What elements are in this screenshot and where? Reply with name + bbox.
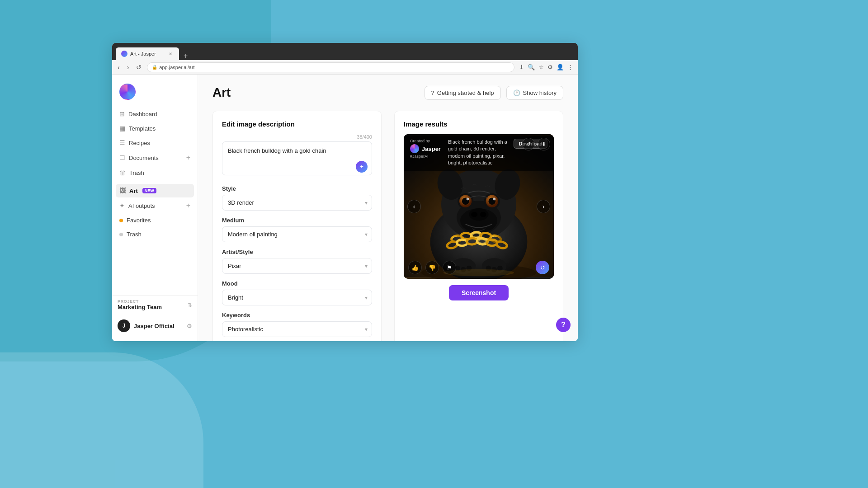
artist-style-select[interactable]: Pixar Anime Studio Ghibli (222, 258, 372, 274)
results-panel: Image results Created by Jasper (394, 111, 563, 341)
magic-write-btn[interactable]: ✦ (356, 161, 368, 173)
sidebar-item-art[interactable]: 🖼 Art NEW (116, 184, 194, 197)
dashboard-icon: ⊞ (119, 110, 125, 117)
download-icon[interactable]: ⬇ (518, 63, 525, 71)
page-header: Art ? Getting started & help 🕐 Show hist… (212, 85, 563, 100)
search-icon[interactable]: 🔍 (527, 63, 536, 71)
sidebar-item-favorites[interactable]: Favorites (116, 214, 194, 227)
project-name: Marketing Team (118, 304, 162, 310)
history-icon: 🕐 (513, 89, 520, 96)
getting-started-btn[interactable]: ? Getting started & help (425, 86, 501, 100)
medium-select-wrap: Modern oil painting Canvas Watercolor ▾ (222, 226, 372, 242)
active-tab[interactable]: Art - Jasper ✕ (116, 47, 179, 60)
mood-field: Mood Bright Dark Moody ▾ (222, 280, 372, 305)
artist-style-field: Artist/Style Pixar Anime Studio Ghibli ▾ (222, 249, 372, 274)
reload-btn[interactable]: ↺ (134, 63, 143, 72)
project-chevron-icon: ⇅ (188, 302, 192, 308)
like-btn[interactable]: 👍 (408, 261, 422, 274)
address-bar[interactable]: 🔒 app.jasper.ai/art (147, 62, 514, 72)
trash-icon: 🗑 (119, 169, 126, 176)
sidebar-item-templates[interactable]: ▦ Templates (116, 122, 194, 135)
jasper-logo-small (410, 144, 419, 153)
image-next-btn[interactable]: › (537, 200, 550, 213)
style-label: Style (222, 185, 372, 192)
style-select[interactable]: 3D render Photorealistic Digital art (222, 195, 372, 211)
user-name: Jasper Official (134, 323, 183, 329)
refresh-image-btn[interactable]: ↺ (522, 138, 535, 150)
bookmark-icon[interactable]: ☆ (538, 63, 545, 71)
created-by-label: Created by (410, 139, 441, 143)
profile-icon[interactable]: 👤 (556, 63, 565, 71)
extension-icon[interactable]: ⚙ (547, 63, 554, 71)
image-card: Created by Jasper #JasperAI Black french… (404, 134, 554, 279)
tab-bar: Art - Jasper ✕ + (116, 43, 191, 60)
mood-select[interactable]: Bright Dark Moody (222, 290, 372, 305)
keywords-field: Keywords Photorealistic Cinematic 4K ▾ (222, 312, 372, 337)
keywords-select[interactable]: Photorealistic Cinematic 4K (222, 321, 372, 337)
new-tab-btn[interactable]: + (180, 52, 191, 60)
sidebar-item-documents[interactable]: ☐ Documents + (116, 150, 194, 165)
browser-toolbar: ‹ › ↺ 🔒 app.jasper.ai/art ⬇ 🔍 ☆ ⚙ 👤 ⋮ (112, 60, 578, 75)
sidebar-label-trash: Trash (129, 169, 144, 176)
sidebar-item-trash2[interactable]: Trash (116, 228, 194, 241)
description-input[interactable]: Black french bulldog with a gold chain (222, 141, 372, 175)
image-regenerate-btn[interactable]: ↺ (536, 261, 549, 274)
sidebar-label-documents: Documents (129, 155, 159, 161)
description-wrap: Black french bulldog with a gold chain ✦ (222, 141, 372, 177)
trash2-dot-icon (119, 233, 123, 236)
help-btn[interactable]: ? (556, 318, 571, 332)
sidebar: ⊞ Dashboard ▦ Templates ☰ Recipes ☐ Docu… (112, 75, 198, 341)
settings-icon[interactable]: ⚙ (187, 323, 192, 329)
sidebar-item-dashboard[interactable]: ⊞ Dashboard (116, 107, 194, 121)
ai-outputs-add-icon[interactable]: + (186, 202, 190, 210)
tab-title: Art - Jasper (130, 51, 156, 56)
tab-close-btn[interactable]: ✕ (167, 51, 174, 57)
mood-label: Mood (222, 280, 372, 287)
art-new-badge: NEW (142, 188, 156, 193)
browser-window: Art - Jasper ✕ + ‹ › ↺ 🔒 app.jasper.ai/a… (112, 43, 578, 341)
jasper-brand: Jasper (410, 144, 441, 153)
medium-select[interactable]: Modern oil painting Canvas Watercolor (222, 226, 372, 242)
artist-style-select-wrap: Pixar Anime Studio Ghibli ▾ (222, 258, 372, 274)
project-selector[interactable]: PROJECT Marketing Team ⇅ (118, 299, 192, 310)
show-history-btn[interactable]: 🕐 Show history (506, 86, 563, 100)
art-icon: 🖼 (119, 187, 126, 194)
sidebar-label-dashboard: Dashboard (128, 111, 157, 117)
url-text: app.jasper.ai/art (159, 65, 194, 70)
user-row: J Jasper Official ⚙ (112, 316, 198, 336)
svg-point-16 (493, 197, 495, 200)
sidebar-label-templates: Templates (129, 125, 156, 132)
image-action-icons: ↺ ⬇ (522, 138, 550, 150)
ai-outputs-icon: ✦ (119, 202, 125, 209)
flag-btn[interactable]: ⚑ (443, 261, 456, 274)
regenerate-icon: ↺ (536, 261, 549, 274)
sidebar-item-ai-outputs[interactable]: ✦ AI outputs + (116, 198, 194, 213)
screenshot-btn[interactable]: Screenshot (449, 285, 509, 300)
back-btn[interactable]: ‹ (116, 63, 122, 72)
download-image-btn[interactable]: ⬇ (538, 138, 550, 150)
svg-point-8 (480, 212, 486, 217)
sidebar-label-recipes: Recipes (129, 140, 150, 146)
keywords-select-wrap: Photorealistic Cinematic 4K ▾ (222, 321, 372, 337)
app-logo (112, 80, 198, 107)
image-prev-btn[interactable]: ‹ (407, 200, 421, 213)
project-selector-area: PROJECT Marketing Team ⇅ (112, 295, 198, 314)
header-actions: ? Getting started & help 🕐 Show history (425, 86, 563, 100)
templates-icon: ▦ (119, 125, 125, 132)
toolbar-icons: ⬇ 🔍 ☆ ⚙ 👤 ⋮ (518, 63, 574, 71)
results-title: Image results (404, 120, 554, 128)
style-select-wrap: 3D render Photorealistic Digital art ▾ (222, 195, 372, 211)
keywords-label: Keywords (222, 312, 372, 319)
svg-point-15 (467, 197, 469, 200)
sidebar-item-recipes[interactable]: ☰ Recipes (116, 136, 194, 150)
help-icon: ? (431, 89, 434, 96)
menu-icon[interactable]: ⋮ (566, 63, 574, 71)
documents-add-icon[interactable]: + (186, 154, 190, 162)
sidebar-label-ai-outputs: AI outputs (128, 202, 155, 209)
dislike-btn[interactable]: 👎 (425, 261, 439, 274)
medium-field: Medium Modern oil painting Canvas Waterc… (222, 217, 372, 242)
lock-icon: 🔒 (152, 65, 157, 70)
sidebar-item-trash[interactable]: 🗑 Trash (116, 166, 194, 179)
forward-btn[interactable]: › (125, 63, 131, 72)
sidebar-label-favorites: Favorites (127, 217, 151, 224)
